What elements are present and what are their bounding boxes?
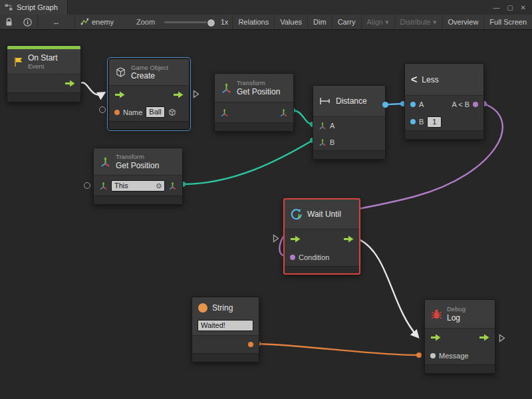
edge-getposition1-to-distance-a[interactable] <box>293 110 313 124</box>
bool-output-port[interactable] <box>473 102 478 107</box>
name-field[interactable]: Ball <box>146 106 164 118</box>
graph-canvas[interactable]: On Start Event Game Object Create <box>0 29 532 399</box>
port-label: A <box>419 100 424 108</box>
node-subtitle: Event <box>28 63 58 70</box>
node-string[interactable]: String Waited! <box>192 297 259 362</box>
number-output-port[interactable] <box>382 102 388 108</box>
tab-script-graph[interactable]: Script Graph <box>0 0 68 15</box>
node-game-object-create[interactable]: Game Object Create Name Ball <box>108 59 190 130</box>
node-less[interactable]: < Less A A < B B 1 <box>404 63 484 140</box>
expand-icon[interactable]: ↔ <box>38 15 74 29</box>
flow-output-port[interactable] <box>65 80 75 87</box>
edge-string-to-log-message[interactable] <box>258 344 419 355</box>
flag-icon <box>13 57 23 67</box>
close-icon[interactable]: ✕ <box>521 4 526 11</box>
message-input-port[interactable] <box>430 353 436 358</box>
relations-button[interactable]: Relations <box>233 15 275 29</box>
graph-name-button[interactable]: enemy <box>75 15 119 29</box>
object-picker-cube-icon[interactable] <box>168 108 176 116</box>
node-category: Transform <box>116 153 159 160</box>
condition-input-port[interactable] <box>290 255 295 260</box>
full-screen-button[interactable]: Full Screen <box>484 15 532 29</box>
port-label: B <box>330 138 334 146</box>
flow-input-port[interactable] <box>114 91 125 98</box>
node-distance[interactable]: Distance A B <box>313 85 386 160</box>
string-value-field[interactable]: Waited! <box>198 320 253 331</box>
flow-output-port[interactable] <box>479 334 489 341</box>
port-label: A <box>330 122 334 130</box>
input-port-a[interactable] <box>410 102 416 107</box>
graph-name: enemy <box>92 18 114 26</box>
node-get-position-top[interactable]: Transform Get Position <box>214 73 294 132</box>
maximize-icon[interactable]: ▢ <box>507 4 513 11</box>
vector-output-port[interactable] <box>168 182 177 190</box>
result-label: A < B <box>452 100 469 108</box>
transform-input-port[interactable] <box>99 182 108 190</box>
edge-waituntil-to-log[interactable] <box>359 239 418 336</box>
info-icon[interactable] <box>18 15 37 29</box>
flow-input-port[interactable] <box>430 334 441 341</box>
port-label: Condition <box>299 253 329 261</box>
values-button[interactable]: Values <box>275 15 308 29</box>
transform-icon <box>221 82 232 94</box>
target-picker-icon[interactable]: ⊙ <box>156 181 162 191</box>
vector-output-port[interactable] <box>279 108 288 117</box>
edge-start-to-create[interactable] <box>80 82 104 94</box>
node-footer <box>405 130 483 139</box>
node-category: Debug <box>447 305 466 313</box>
bug-icon <box>431 309 442 320</box>
carry-button[interactable]: Carry <box>332 15 362 29</box>
zoom-value: 1x <box>217 15 233 29</box>
distribute-dropdown[interactable]: Distribute ▾ <box>395 15 443 29</box>
node-footer <box>215 122 293 131</box>
port-label: Name <box>123 108 142 116</box>
vector-input-port-a[interactable] <box>319 122 327 130</box>
input-port-b[interactable] <box>410 119 416 124</box>
minimize-icon[interactable]: — <box>493 4 499 11</box>
node-get-position-left[interactable]: Transform Get Position This ⊙ <box>93 148 183 205</box>
node-title: On Start <box>28 53 58 63</box>
dim-button[interactable]: Dim <box>308 15 332 29</box>
distance-icon <box>319 97 331 105</box>
string-output-port[interactable] <box>248 342 253 347</box>
self-indicator-circle[interactable] <box>84 182 90 189</box>
node-title: Get Position <box>237 87 280 96</box>
overview-button[interactable]: Overview <box>443 15 485 29</box>
node-wait-until[interactable]: Wait Until Condition <box>283 198 360 275</box>
node-footer <box>94 196 182 204</box>
node-title: Get Position <box>116 161 159 170</box>
zoom-slider[interactable] <box>164 21 213 23</box>
name-input-port[interactable] <box>114 110 120 115</box>
vector-input-port-b[interactable] <box>319 138 327 146</box>
node-debug-log[interactable]: Debug Log Message <box>424 299 495 374</box>
node-category: Game Object <box>131 64 168 71</box>
node-title: Wait Until <box>307 209 341 219</box>
zoom-label: Zoom <box>131 15 160 29</box>
node-footer <box>7 92 80 102</box>
align-dropdown[interactable]: Align ▾ <box>362 15 395 29</box>
unconnected-flow-triangle[interactable] <box>499 334 505 342</box>
unconnected-flow-triangle[interactable] <box>193 90 200 98</box>
transform-input-port[interactable] <box>220 108 229 117</box>
lock-icon[interactable] <box>0 15 18 29</box>
self-indicator-circle[interactable] <box>99 106 106 113</box>
graph-icon <box>80 18 88 26</box>
string-icon <box>198 303 207 313</box>
node-category: Transform <box>237 79 280 86</box>
unconnected-flow-triangle[interactable] <box>273 234 279 243</box>
wait-clock-icon <box>291 208 303 220</box>
node-footer <box>192 353 259 362</box>
port-label: Message <box>439 352 469 360</box>
flow-output-port[interactable] <box>343 235 354 243</box>
graph-toolbar: ↔ enemy Zoom 1x Relations Values Dim Car… <box>0 15 532 30</box>
node-on-start-event[interactable]: On Start Event <box>7 45 81 102</box>
transform-icon <box>100 156 111 168</box>
zoom-slider-knob[interactable] <box>207 19 215 27</box>
less-icon: < <box>411 74 417 86</box>
flow-input-port[interactable] <box>290 235 301 243</box>
b-value-field[interactable]: 1 <box>427 116 442 128</box>
edge-getposition2-to-distance-b[interactable] <box>183 140 313 184</box>
node-title: Less <box>422 75 438 84</box>
flow-output-port[interactable] <box>173 91 184 98</box>
target-field[interactable]: This ⊙ <box>111 180 165 192</box>
